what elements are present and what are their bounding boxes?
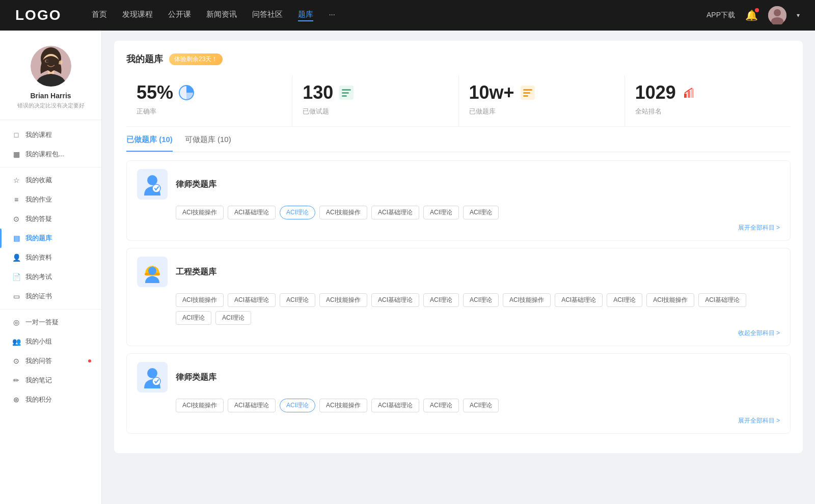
- bank-tag-1-4[interactable]: ACI基础理论: [371, 293, 419, 307]
- bank-icon: ▤: [12, 234, 20, 242]
- svg-point-9: [53, 60, 56, 63]
- sidebar-item-courses[interactable]: □ 我的课程: [0, 125, 101, 145]
- bank-tag-0-1[interactable]: ACI基础理论: [228, 206, 276, 219]
- sidebar-divider-1: [0, 167, 101, 167]
- sidebar-item-exam[interactable]: 📄 我的考试: [0, 267, 101, 287]
- sidebar-item-profile[interactable]: 👤 我的资料: [0, 248, 101, 267]
- bank-tag-2-5[interactable]: ACI理论: [423, 399, 459, 412]
- bank-item-1-header: 律师类题库: [137, 169, 780, 200]
- bank-tag-0-4[interactable]: ACI基础理论: [371, 206, 419, 219]
- main-layout: Brian Harris 错误的决定比没有决定要好 □ 我的课程 ▦ 我的课程包…: [0, 31, 815, 504]
- bank-tag-1-5[interactable]: ACI理论: [423, 293, 459, 307]
- bank-tag-1-9[interactable]: ACI理论: [607, 293, 642, 307]
- bank-tag-0-0[interactable]: ACI技能操作: [176, 206, 224, 219]
- sidebar-profile: Brian Harris 错误的决定比没有决定要好: [0, 41, 101, 120]
- page-header: 我的题库 体验剩余23天！: [126, 53, 791, 65]
- bank-tag-1-13[interactable]: ACI理论: [215, 311, 251, 325]
- bank-tag-2-2[interactable]: ACI理论: [280, 399, 315, 412]
- bank-item-3-expand[interactable]: 展开全部科目 >: [137, 416, 780, 425]
- one-on-one-icon: ◎: [12, 318, 20, 326]
- bank-tag-1-7[interactable]: ACI技能操作: [503, 293, 551, 307]
- bank-tag-0-5[interactable]: ACI理论: [423, 206, 459, 219]
- notification-bell[interactable]: 🔔: [745, 9, 758, 21]
- sidebar-item-bank[interactable]: ▤ 我的题库: [0, 229, 101, 248]
- user-avatar[interactable]: [768, 6, 786, 24]
- bank-tag-1-6[interactable]: ACI理论: [463, 293, 499, 307]
- profile-avatar-image: [31, 46, 71, 87]
- svg-point-26: [147, 368, 157, 378]
- nav-qa[interactable]: 问答社区: [252, 10, 283, 21]
- tab-available[interactable]: 可做题库 (10): [185, 135, 231, 152]
- bank-tag-0-2[interactable]: ACI理论: [280, 206, 315, 219]
- svg-point-8: [46, 60, 49, 63]
- nav-open-course[interactable]: 公开课: [168, 10, 191, 21]
- bank-item-2-expand[interactable]: 收起全部科目 >: [137, 329, 780, 338]
- sidebar-item-points[interactable]: ⊛ 我的积分: [0, 390, 101, 409]
- list-green-icon: [338, 85, 355, 101]
- tab-done[interactable]: 已做题库 (10): [126, 135, 173, 152]
- logo[interactable]: LOGO: [15, 7, 61, 23]
- svg-point-23: [152, 184, 160, 192]
- svg-rect-13: [342, 92, 349, 94]
- bank-tag-1-1[interactable]: ACI基础理论: [228, 293, 276, 307]
- bank-tag-2-3[interactable]: ACI技能操作: [319, 399, 367, 412]
- bank-tag-2-6[interactable]: ACI理论: [463, 399, 499, 412]
- bank-tag-1-10[interactable]: ACI技能操作: [646, 293, 694, 307]
- bank-item-1-icon: [137, 169, 168, 200]
- bank-tag-1-3[interactable]: ACI技能操作: [319, 293, 367, 307]
- bank-item-lawyer-1: 律师类题库 ACI技能操作ACI基础理论ACI理论ACI技能操作ACI基础理论A…: [126, 160, 791, 241]
- bank-tag-1-2[interactable]: ACI理论: [280, 293, 315, 307]
- sidebar-label-exam: 我的考试: [25, 272, 52, 282]
- sidebar-label-qa: 我的答疑: [25, 214, 52, 223]
- bank-item-1-expand[interactable]: 展开全部科目 >: [137, 223, 780, 232]
- sidebar-item-course-packages[interactable]: ▦ 我的课程包...: [0, 145, 101, 164]
- sidebar-label-courses: 我的课程: [25, 130, 52, 139]
- bank-tag-2-4[interactable]: ACI基础理论: [371, 399, 419, 412]
- sidebar-item-qa[interactable]: ⊙ 我的答疑: [0, 209, 101, 229]
- bank-tag-2-0[interactable]: ACI技能操作: [176, 399, 224, 412]
- profile-avatar: [31, 46, 71, 87]
- sidebar-username: Brian Harris: [10, 92, 91, 100]
- app-download-link[interactable]: APP下载: [707, 11, 735, 20]
- bank-tag-2-1[interactable]: ACI基础理论: [228, 399, 276, 412]
- sidebar-item-questions[interactable]: ⊙ 我的问答: [0, 351, 101, 371]
- stat-banks-done: 10w+ 已做题库: [459, 75, 625, 126]
- sidebar-label-one-on-one: 一对一答疑: [25, 318, 59, 327]
- svg-rect-21: [691, 89, 694, 98]
- svg-rect-14: [342, 95, 347, 97]
- stat-correct-top: 55%: [137, 83, 282, 102]
- nav-news[interactable]: 新闻资讯: [206, 10, 237, 21]
- sidebar-label-group: 我的小组: [25, 337, 52, 346]
- bank-tag-1-8[interactable]: ACI基础理论: [555, 293, 603, 307]
- stat-banks-value: 10w+: [469, 83, 514, 102]
- bank-tag-1-0[interactable]: ACI技能操作: [176, 293, 224, 307]
- svg-point-22: [147, 175, 157, 185]
- sidebar-item-certificate[interactable]: ▭ 我的证书: [0, 287, 101, 306]
- sidebar-item-group[interactable]: 👥 我的小组: [0, 332, 101, 351]
- bank-tag-0-3[interactable]: ACI技能操作: [319, 206, 367, 219]
- sidebar-item-homework[interactable]: ≡ 我的作业: [0, 190, 101, 209]
- navbar: LOGO 首页 发现课程 公开课 新闻资讯 问答社区 题库 ··· APP下载 …: [0, 0, 815, 31]
- nav-home[interactable]: 首页: [92, 10, 107, 21]
- bank-item-engineer: 工程类题库 ACI技能操作ACI基础理论ACI理论ACI技能操作ACI基础理论A…: [126, 248, 791, 346]
- bank-tag-1-12[interactable]: ACI理论: [176, 311, 211, 325]
- bank-item-3-title: 律师类题库: [176, 372, 216, 383]
- nav-discover[interactable]: 发现课程: [122, 10, 153, 21]
- bank-tag-0-6[interactable]: ACI理论: [463, 206, 499, 219]
- stat-banks-top: 10w+: [469, 83, 614, 102]
- engineer-icon: [141, 261, 164, 283]
- questions-notification-dot: [88, 359, 91, 362]
- points-icon: ⊛: [12, 396, 20, 404]
- bank-item-3-header: 律师类题库: [137, 362, 780, 393]
- sidebar-motto: 错误的决定比没有决定要好: [10, 102, 91, 109]
- bank-tag-1-11[interactable]: ACI基础理论: [698, 293, 746, 307]
- sidebar-item-notes[interactable]: ✏ 我的笔记: [0, 371, 101, 390]
- sidebar-item-one-on-one[interactable]: ◎ 一对一答疑: [0, 313, 101, 332]
- sidebar-item-favorites[interactable]: ☆ 我的收藏: [0, 171, 101, 190]
- nav-bank[interactable]: 题库: [298, 10, 313, 21]
- stat-problems-value: 130: [303, 83, 333, 102]
- user-dropdown-icon[interactable]: ▾: [797, 12, 800, 19]
- main-content: 我的题库 体验剩余23天！ 55% 正确率: [102, 31, 815, 504]
- nav-more[interactable]: ···: [329, 10, 335, 21]
- svg-rect-17: [523, 92, 530, 94]
